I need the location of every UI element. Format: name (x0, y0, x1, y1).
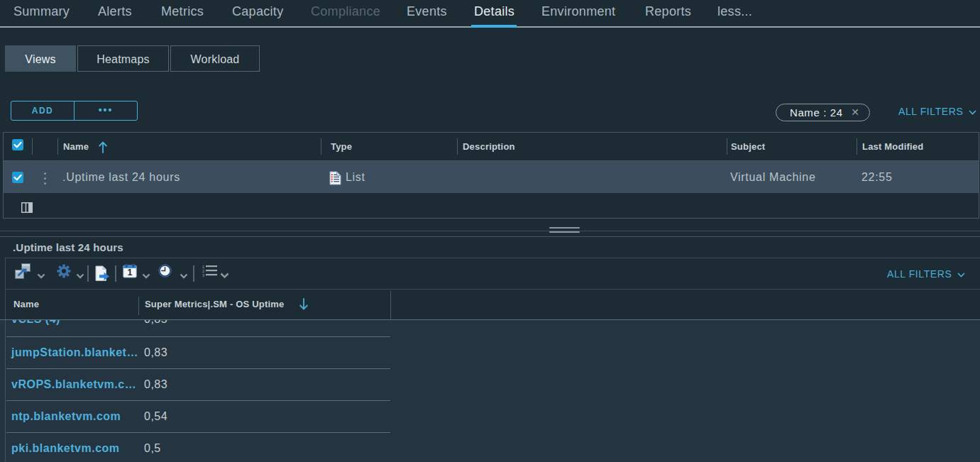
svg-text:1: 1 (128, 268, 133, 277)
svg-text:3: 3 (202, 273, 204, 277)
